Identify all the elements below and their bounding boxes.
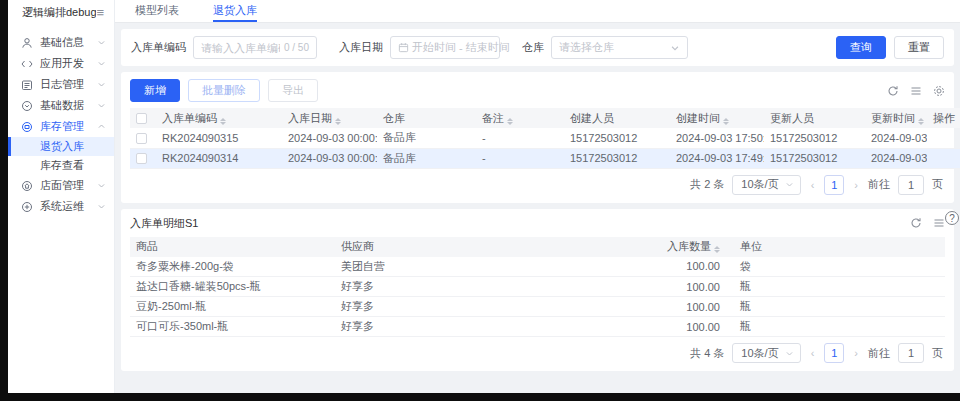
select-all-checkbox[interactable]	[136, 113, 147, 124]
sidebar-item-system-ops[interactable]: 系统运维	[8, 196, 114, 217]
density-icon[interactable]	[933, 217, 945, 229]
orders-header-row: 入库单编码 入库日期 仓库 备注 创建人员 创建时间 更新人员 更新时间 操作	[130, 108, 960, 128]
filter-panel: 入库单编码 0 / 50 入库日期 开始时间 - 结束时间	[121, 29, 954, 66]
sidebar-item-label: 基础数据	[40, 98, 97, 113]
sidebar-item-label: 店面管理	[40, 178, 97, 193]
sidebar-item-app-dev[interactable]: 应用开发	[8, 53, 114, 74]
col-supplier: 供应商	[335, 237, 633, 257]
table-row[interactable]: RK2024090315 2024-09-03 00:00:00 备品库 - 1…	[130, 128, 960, 148]
user-icon	[21, 37, 33, 49]
row-checkbox[interactable]	[136, 133, 147, 144]
sidebar-menu: 基础信息 应用开发 日志管理 基础数据 库存管理	[8, 24, 114, 393]
page-unit: 页	[932, 177, 943, 192]
sidebar-item-label: 基础信息	[40, 35, 97, 50]
list-item[interactable]: 奇多粟米棒-200g-袋 美团自营 100.00 袋	[130, 257, 945, 277]
row-actions	[927, 128, 960, 148]
goto-page-input[interactable]	[898, 175, 924, 195]
reset-button[interactable]: 重置	[894, 36, 944, 59]
sidebar-item-return-inbound[interactable]: 退货入库	[8, 137, 114, 156]
filter-code-label: 入库单编码	[131, 40, 186, 55]
col-warehouse: 仓库	[377, 108, 476, 128]
total-count: 共 2 条	[690, 177, 724, 192]
help-icon[interactable]: ?	[945, 211, 959, 225]
sidebar-item-inventory-view[interactable]: 库存查看	[8, 156, 114, 175]
char-counter: 0 / 50	[284, 42, 309, 53]
collapse-sidebar-icon[interactable]: ≡	[96, 6, 104, 19]
prev-page-icon[interactable]: ‹	[809, 347, 817, 359]
col-code[interactable]: 入库单编码	[156, 108, 282, 128]
tab-return-inbound[interactable]: 退货入库	[213, 0, 257, 22]
refresh-icon[interactable]	[910, 217, 922, 229]
settings-icon[interactable]	[933, 85, 945, 97]
add-button[interactable]: 新增	[130, 79, 180, 102]
code-input-field[interactable]	[201, 42, 280, 54]
date-range-picker[interactable]: 开始时间 - 结束时间	[390, 36, 500, 59]
calendar-icon	[398, 42, 409, 53]
sidebar-item-label: 库存管理	[40, 119, 97, 134]
col-created[interactable]: 创建时间	[670, 108, 764, 128]
col-creator: 创建人员	[564, 108, 670, 128]
detail-title: 入库单明细S1	[130, 216, 198, 231]
export-button[interactable]: 导出	[268, 79, 318, 102]
sidebar-item-label: 日志管理	[40, 77, 97, 92]
sort-icon[interactable]	[507, 118, 513, 125]
sort-icon[interactable]	[714, 246, 720, 253]
chevron-down-icon	[97, 80, 106, 89]
col-unit: 单位	[726, 237, 945, 257]
list-item[interactable]: 益达口香糖-罐装50pcs-瓶 好享多 100.00 瓶	[130, 277, 945, 297]
col-updated[interactable]: 更新时间	[865, 108, 927, 128]
sort-icon[interactable]	[723, 118, 729, 125]
date-separator: -	[459, 42, 463, 54]
sidebar-item-label: 库存查看	[40, 158, 84, 173]
col-qty[interactable]: 入库数量	[633, 237, 726, 257]
sidebar: 逻辑编排debug ≡ 基础信息 应用开发 日志管理 基础数据	[8, 0, 115, 393]
app-window: 逻辑编排debug ≡ 基础信息 应用开发 日志管理 基础数据	[8, 0, 960, 393]
sidebar-item-store-mgmt[interactable]: 店面管理	[8, 175, 114, 196]
tab-model-list[interactable]: 模型列表	[135, 0, 179, 22]
col-date[interactable]: 入库日期	[282, 108, 377, 128]
page-number[interactable]: 1	[824, 175, 844, 195]
date-start-placeholder: 开始时间	[412, 40, 456, 55]
code-icon	[21, 58, 33, 70]
table-row[interactable]: RK2024090314 2024-09-03 00:00:00 备品库 - 1…	[130, 148, 960, 168]
data-icon	[21, 100, 33, 112]
refresh-icon[interactable]	[887, 85, 899, 97]
sidebar-item-basic-info[interactable]: 基础信息	[8, 32, 114, 53]
goto-page-input[interactable]	[898, 343, 924, 363]
sort-icon[interactable]	[918, 118, 924, 125]
inventory-icon	[21, 121, 33, 133]
warehouse-select[interactable]: 请选择仓库	[551, 36, 688, 59]
filter-date-label: 入库日期	[339, 40, 383, 55]
row-actions	[927, 148, 960, 168]
search-button[interactable]: 查询	[836, 36, 886, 59]
batch-delete-button[interactable]: 批量删除	[188, 79, 260, 102]
page-number[interactable]: 1	[824, 343, 844, 363]
filter-warehouse-field: 仓库 请选择仓库	[522, 36, 688, 59]
window-frame-bottom	[0, 393, 960, 401]
chevron-down-icon	[670, 43, 680, 53]
code-input[interactable]: 0 / 50	[193, 36, 317, 59]
sort-icon[interactable]	[335, 118, 341, 125]
next-page-icon[interactable]: ›	[852, 179, 860, 191]
sidebar-item-inventory-mgmt[interactable]: 库存管理	[8, 116, 114, 137]
sidebar-header: 逻辑编排debug ≡	[8, 0, 114, 24]
filter-warehouse-label: 仓库	[522, 40, 544, 55]
density-icon[interactable]	[910, 85, 922, 97]
detail-header: 入库单明细S1	[130, 216, 945, 231]
prev-page-icon[interactable]: ‹	[809, 179, 817, 191]
sort-icon[interactable]	[220, 118, 226, 125]
col-remark[interactable]: 备注	[476, 108, 564, 128]
ops-icon	[21, 201, 33, 213]
sidebar-item-label: 应用开发	[40, 56, 97, 71]
store-icon	[21, 180, 33, 192]
page-size-select[interactable]: 10条/页	[732, 175, 800, 195]
list-item[interactable]: 可口可乐-350ml-瓶 好享多 100.00 瓶	[130, 317, 945, 337]
row-checkbox[interactable]	[136, 153, 147, 164]
sidebar-item-label: 退货入库	[40, 139, 84, 154]
col-product: 商品	[130, 237, 335, 257]
next-page-icon[interactable]: ›	[852, 347, 860, 359]
sidebar-item-basic-data[interactable]: 基础数据	[8, 95, 114, 116]
sidebar-item-log-mgmt[interactable]: 日志管理	[8, 74, 114, 95]
list-item[interactable]: 豆奶-250ml-瓶 好享多 100.00 瓶	[130, 297, 945, 317]
page-size-select[interactable]: 10条/页	[732, 343, 800, 363]
